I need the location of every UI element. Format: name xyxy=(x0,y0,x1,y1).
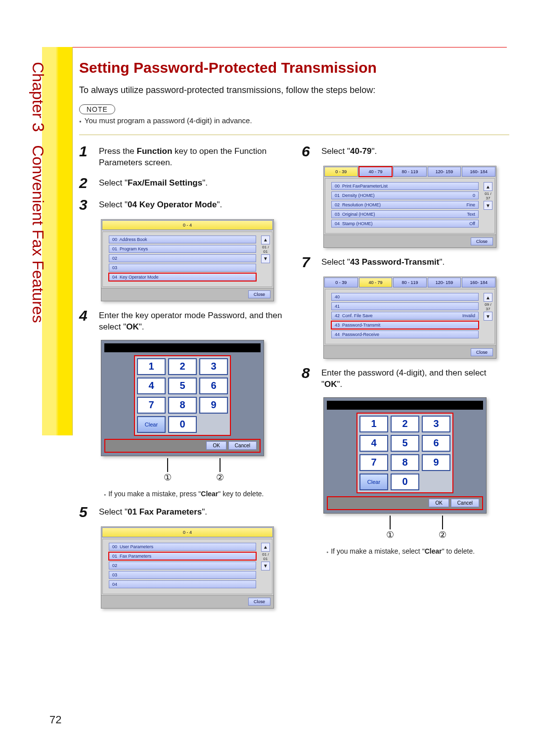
top-rule xyxy=(42,47,507,47)
key-1[interactable]: 1 xyxy=(137,358,166,375)
lcd-tab[interactable]: 160- 184 xyxy=(462,278,495,287)
lcd-scroll: ▲ 01 / 37 ▼ xyxy=(484,182,492,210)
scroll-pos: 01 / 37 xyxy=(484,191,492,200)
cancel-button[interactable]: Cancel xyxy=(451,499,479,507)
lcd-row[interactable]: 00 User Parameters xyxy=(109,543,256,551)
arrow-up-icon[interactable]: ▲ xyxy=(484,182,492,191)
lcd-row-key-operator-mode[interactable]: 04 Key Operator Mode xyxy=(109,273,256,281)
close-button[interactable]: Close xyxy=(471,348,493,356)
ok-button[interactable]: OK xyxy=(429,499,448,507)
arrow-up-icon[interactable]: ▲ xyxy=(261,236,270,244)
step-text: Select "43 Password-Transmit". xyxy=(321,255,445,270)
key-5[interactable]: 5 xyxy=(168,378,197,394)
left-column: 1 Press the Function key to open the Fun… xyxy=(79,144,287,615)
lcd-panel: 0 - 39 40 - 79 80 - 119 120- 159 160- 18… xyxy=(323,166,496,248)
close-button[interactable]: Close xyxy=(248,598,270,606)
ok-button[interactable]: OK xyxy=(206,441,226,450)
key-6[interactable]: 6 xyxy=(422,435,450,452)
key-7[interactable]: 7 xyxy=(137,397,166,414)
lcd-tab[interactable]: 120- 159 xyxy=(428,278,461,287)
key-8[interactable]: 8 xyxy=(168,397,197,414)
lcd-tab[interactable]: 0 - 39 xyxy=(324,278,358,287)
lcd-tab[interactable]: 0 - 4 xyxy=(102,220,273,230)
lcd-row[interactable]: 03 xyxy=(109,264,256,272)
lcd-scroll: ▲ 09 / 37 ▼ xyxy=(484,292,492,321)
keypad-display xyxy=(327,401,483,410)
lcd-row[interactable]: 02 xyxy=(109,562,256,569)
step-8: 8 Enter the password (4-digit), and then… xyxy=(302,366,509,390)
step-3: 3 Select "04 Key Operator Mode". xyxy=(79,197,287,212)
lcd-tab[interactable]: 0 - 39 xyxy=(324,167,358,177)
lcd-panel: 0 - 4 00 Address Book 01 Program Keys 02… xyxy=(101,219,274,301)
key-4[interactable]: 4 xyxy=(359,435,388,452)
lcd-row[interactable]: 00 Address Book xyxy=(109,236,256,243)
step-num: 4 xyxy=(79,308,99,333)
key-9[interactable]: 9 xyxy=(422,454,450,471)
lcd-row[interactable]: 02 Resolution (HOME)Fine xyxy=(331,201,479,209)
lcd-tab-40-79[interactable]: 40 - 79 xyxy=(359,167,393,177)
lcd-tab-40-79[interactable]: 40 - 79 xyxy=(359,278,393,287)
cancel-button[interactable]: Cancel xyxy=(228,441,257,450)
lcd-row[interactable]: 03 xyxy=(109,571,256,579)
arrow-down-icon[interactable]: ▼ xyxy=(484,312,492,321)
lcd-row[interactable]: 04 xyxy=(109,580,256,588)
key-6[interactable]: 6 xyxy=(199,378,228,394)
key-2[interactable]: 2 xyxy=(168,358,197,375)
step-text: Select "40-79". xyxy=(321,144,377,159)
key-8[interactable]: 8 xyxy=(391,454,419,471)
lcd-tab[interactable]: 160- 184 xyxy=(462,167,495,177)
arrow-down-icon[interactable]: ▼ xyxy=(261,254,270,263)
lcd-row[interactable]: 01 Density (HOME)0 xyxy=(331,191,479,199)
lcd-row[interactable]: 01 Program Keys xyxy=(109,245,256,253)
arrow-down-icon[interactable]: ▼ xyxy=(261,562,270,570)
step-text: Enter the key operator mode Password, an… xyxy=(99,308,287,333)
arrow-up-icon[interactable]: ▲ xyxy=(484,293,492,302)
lcd-tabs: 0 - 39 40 - 79 80 - 119 120- 159 160- 18… xyxy=(324,166,496,177)
lcd-tab[interactable]: 0 - 4 xyxy=(102,527,273,537)
lcd-tab[interactable]: 120- 159 xyxy=(428,167,461,177)
step-num: 1 xyxy=(79,144,99,169)
key-0[interactable]: 0 xyxy=(391,473,419,490)
step-text: Press the Function key to open the Funct… xyxy=(99,144,287,169)
step-text: Select "Fax/Email Settings". xyxy=(99,176,208,190)
key-2[interactable]: 2 xyxy=(391,416,419,432)
key-clear[interactable]: Clear xyxy=(359,473,388,490)
lcd-row-fax-parameters[interactable]: 01 Fax Parameters xyxy=(109,552,256,560)
key-4[interactable]: 4 xyxy=(137,378,166,394)
lcd-row[interactable]: 04 Stamp (HOME)Off xyxy=(331,220,479,228)
lcd-tabs: 0 - 39 40 - 79 80 - 119 120- 159 160- 18… xyxy=(324,277,496,288)
step-num: 8 xyxy=(302,366,321,390)
key-clear[interactable]: Clear xyxy=(137,416,166,433)
lcd-row[interactable]: 42 Conf. File SaveInvalid xyxy=(331,312,479,320)
lcd-row[interactable]: 40 xyxy=(331,293,479,301)
key-7[interactable]: 7 xyxy=(359,454,388,471)
key-3[interactable]: 3 xyxy=(199,358,228,375)
close-button[interactable]: Close xyxy=(471,237,493,245)
lcd-row[interactable]: 03 Original (HOME)Text xyxy=(331,210,479,218)
lcd-row[interactable]: 00 Print FaxParameterList xyxy=(331,182,479,190)
keypad-ok-row: OK Cancel xyxy=(104,439,261,453)
lcd-tab[interactable]: 80 - 119 xyxy=(393,167,427,177)
key-5[interactable]: 5 xyxy=(391,435,419,452)
keypad-ok-row: OK Cancel xyxy=(327,496,483,510)
lcd-tab[interactable]: 80 - 119 xyxy=(393,278,427,287)
callout-1: ① xyxy=(164,472,172,483)
lcd-row[interactable]: 02 xyxy=(109,254,256,262)
chapter-subtitle: Convenient Fax Features xyxy=(29,145,47,323)
key-0[interactable]: 0 xyxy=(168,416,197,433)
key-3[interactable]: 3 xyxy=(422,416,450,432)
screenshot-step7: 0 - 39 40 - 79 80 - 119 120- 159 160- 18… xyxy=(323,277,509,359)
scroll-pos: 09 / 37 xyxy=(484,302,492,311)
callouts: ① ② xyxy=(323,516,509,540)
arrow-down-icon[interactable]: ▼ xyxy=(484,201,492,210)
arrow-up-icon[interactable]: ▲ xyxy=(261,543,270,552)
lcd-row[interactable]: 41 xyxy=(331,302,479,310)
note-pill: NOTE xyxy=(79,104,115,114)
close-button[interactable]: Close xyxy=(248,290,270,298)
lcd-scroll: ▲ 01 / 01 ▼ xyxy=(261,235,270,264)
key-1[interactable]: 1 xyxy=(359,416,388,432)
key-9[interactable]: 9 xyxy=(199,397,228,414)
lcd-row[interactable]: 44 Password-Receive xyxy=(331,331,479,338)
lcd-row-password-transmit[interactable]: 43 Password-Transmit xyxy=(331,321,479,329)
lcd-panel: 0 - 39 40 - 79 80 - 119 120- 159 160- 18… xyxy=(323,277,496,359)
